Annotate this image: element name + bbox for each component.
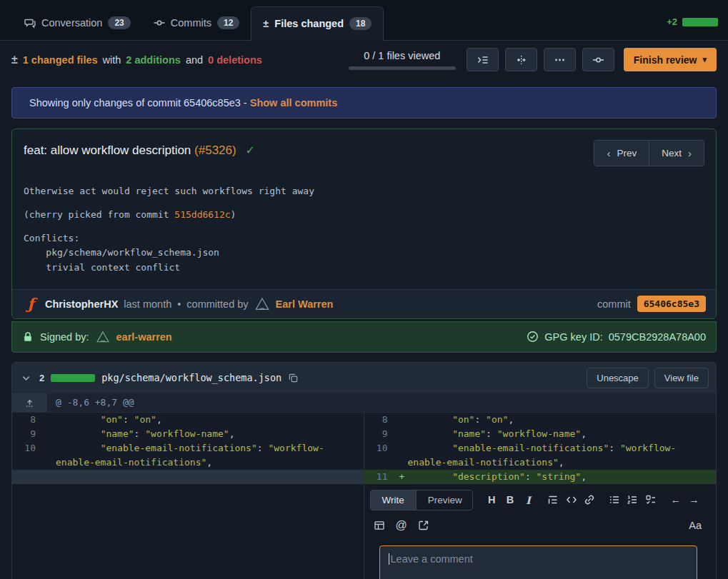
gpg-key-value: 0579CB2928A78A00 [609,331,706,343]
prev-label: Prev [617,148,637,158]
comment-input[interactable]: Leave a comment [379,545,698,579]
json-sep: : [525,471,537,482]
diff-new-side: 8 "on": "on", 9 "name": "workflow-name",… [364,413,717,579]
expand-hunk-button[interactable] [12,393,47,412]
redo-button[interactable]: → [684,490,703,509]
diff-options-button[interactable] [544,48,576,71]
tab-commits[interactable]: Commits 12 [142,6,251,40]
summary-and: and [186,54,203,66]
json-sep: : [257,443,269,453]
line-marker [396,427,408,441]
tab-conversation[interactable]: Conversation 23 [13,6,142,40]
ci-success-icon[interactable]: ✓ [245,144,254,156]
whitespace-icon [515,54,527,66]
file-name[interactable]: pkg/schema/workflow_schema.json [101,372,281,383]
commit-body-line: (cherry picked from commit 515dd6612c) [24,208,704,222]
lock-icon [22,331,34,343]
italic-button[interactable]: I [519,490,538,509]
tab-preview[interactable]: Preview [417,490,473,510]
line-number[interactable]: 11 [364,470,396,484]
copy-path-icon[interactable] [288,373,299,383]
json-sep: : [123,414,134,425]
signer-name[interactable]: earl-warren [116,331,172,343]
commit-body-line: Otherwise act would reject such workflow… [24,184,704,198]
view-file-button[interactable]: View file [654,368,709,388]
whitespace-options-button[interactable] [505,48,537,71]
code-button[interactable] [562,490,581,509]
cherry-pick-text: (cherry picked from commit [24,209,174,220]
line-number[interactable]: 8 [364,413,396,427]
changed-files-summary: ± 1 changed files with 2 additions and 0… [11,54,262,66]
changed-files-link[interactable]: 1 changed files [23,54,98,66]
collapse-file-icon[interactable] [19,371,33,385]
verified-icon [527,331,539,343]
line-number[interactable]: 9 [12,427,44,441]
commit-hash-badge[interactable]: 65406c85e3 [637,296,706,312]
json-value: "string" [537,471,582,482]
commit-icon [154,17,165,29]
ordered-list-button[interactable] [624,490,642,509]
kebab-icon [554,54,566,66]
line-number[interactable]: 9 [364,427,396,441]
finish-review-label: Finish review [634,54,697,66]
file-tree-toggle-button[interactable] [467,48,499,71]
link-button[interactable] [580,490,599,509]
summary-actions: 0 / 1 files viewed [349,48,717,71]
table-button[interactable] [370,516,389,535]
editor-toolbar-row-1: Write Preview H B I [370,490,704,510]
commit-message-body: Otherwise act would reject such workflow… [12,171,716,289]
commit-select-button[interactable] [582,48,614,71]
author-name[interactable]: ChristopherHX [45,298,118,310]
reference-button[interactable] [414,516,433,535]
diff-hunk-row: @ -8,6 +8,7 @@ [12,393,716,413]
tab-files-changed[interactable]: ± Files changed 18 [251,6,384,41]
author-avatar[interactable]: ƒ [22,296,39,313]
pr-tab-bar: Conversation 23 Commits 12 ± Files chang… [0,0,728,41]
committer-avatar[interactable] [254,296,270,312]
gpg-key-label: GPG key ID: [544,331,602,343]
undo-button[interactable]: ← [667,490,685,509]
diff-file-card: 2 pkg/schema/workflow_schema.json Unesca… [11,362,717,579]
commit-time: last month [124,298,171,310]
commit-message-card: feat: allow workflow description (#5326)… [11,129,717,319]
tab-commits-label: Commits [171,17,211,29]
font-toggle-button[interactable]: Aa [689,520,702,531]
json-value: "workflow-name" [145,428,229,439]
json-sep: : [134,428,146,439]
prev-commit-button[interactable]: ‹ Prev [594,141,649,166]
file-diff-stat-bar [51,374,95,382]
unordered-list-button[interactable] [605,490,624,509]
code-line: "name": "workflow-name", [408,427,717,441]
show-all-commits-link[interactable]: Show all commits [250,97,337,109]
line-number[interactable]: 10 [364,441,396,470]
bold-button[interactable]: B [501,490,519,509]
next-commit-button[interactable]: Next › [649,141,704,166]
signer-avatar[interactable] [96,330,110,344]
hunk-header-text: @ -8,6 +8,7 @@ [47,393,134,412]
editor-toolbar-row-2: @ Aa [370,516,704,535]
committer-name[interactable]: Earl Warren [276,298,334,310]
line-number[interactable]: 8 [12,413,44,427]
json-key: "enable-email-notifications" [56,443,257,453]
json-key: "name" [56,428,134,439]
line-number[interactable]: 10 [12,441,44,470]
gpg-key-group: GPG key ID: 0579CB2928A78A00 [527,331,706,343]
json-value: "on" [486,414,508,425]
conversation-icon [24,17,36,29]
unescape-button[interactable]: Unescape [587,368,649,388]
json-sep: : [486,428,497,439]
line-marker [396,441,408,470]
quote-button[interactable] [544,490,562,509]
files-viewed: 0 / 1 files viewed [349,50,456,70]
json-value: "on" [134,414,156,425]
cherry-pick-commit-link[interactable]: 515dd6612c [174,209,230,220]
pr-reference-link[interactable]: (#5326) [194,144,236,157]
committed-by-label: committed by [186,298,248,310]
task-list-button[interactable] [642,490,660,509]
finish-review-button[interactable]: Finish review ▾ [624,48,717,71]
mention-button[interactable]: @ [392,516,411,535]
tab-write[interactable]: Write [371,490,417,510]
files-viewed-progressbar [349,66,456,70]
heading-button[interactable]: H [483,490,502,509]
json-key: "enable-email-notifications" [408,443,609,453]
